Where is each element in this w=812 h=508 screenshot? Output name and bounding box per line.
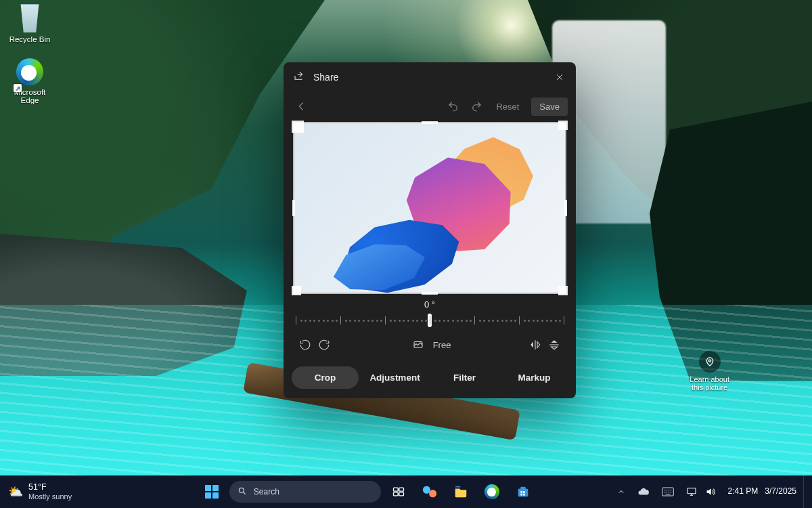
weather-condition: Mostly sunny [28,492,72,501]
taskbar-center: Search [123,478,612,505]
network-icon [686,486,697,497]
spotlight-label-line2: this picture [690,383,729,391]
aspect-ratio-button[interactable] [409,335,428,354]
crop-tool-row: Free [284,333,576,361]
svg-rect-6 [399,492,404,496]
flip-vertical-icon [548,339,560,351]
edge-icon [484,484,499,499]
crop-handle-bottom[interactable] [422,292,438,295]
crop-handle-top[interactable] [422,121,438,124]
back-button[interactable] [290,96,313,117]
copilot-icon [422,484,437,499]
keyboard-icon [662,487,674,496]
close-button[interactable] [549,66,570,88]
search-icon [238,486,247,498]
tab-markup[interactable]: Markup [501,366,568,389]
flip-horizontal-icon [529,339,541,351]
crop-handle-right[interactable] [564,200,567,216]
volume-icon [705,486,716,497]
weather-icon: ⛅ [8,484,23,499]
tray-network-sound[interactable] [681,478,721,505]
desktop-icon-label: Microsoft Edge [4,88,55,104]
share-title: Share [313,72,549,83]
windows-logo-icon [205,485,219,499]
desktop-icon-label: Recycle Bin [4,35,55,43]
rotate-cw-button[interactable] [315,335,334,354]
weather-temp: 51°F [28,482,72,492]
redo-button[interactable] [465,96,488,117]
rotate-ccw-button[interactable] [296,335,315,354]
desktop-icon-recycle-bin[interactable]: Recycle Bin [4,4,55,43]
crop-handle-top-right[interactable] [558,121,568,130]
undo-icon [447,100,459,112]
rotate-ccw-icon [299,339,311,351]
tray-clock[interactable]: 2:41 PM 3/7/2025 [723,478,802,505]
svg-rect-10 [523,491,525,493]
recycle-bin-icon [16,4,44,33]
taskbar-app-copilot[interactable] [416,478,443,505]
arrow-left-icon [296,100,308,112]
shortcut-arrow-icon: ↗ [14,84,22,92]
undo-button[interactable] [442,96,465,117]
close-icon [555,72,564,82]
svg-rect-3 [393,488,398,491]
taskbar: ⛅ 51°F Mostly sunny Search [0,475,812,508]
task-view-icon [392,485,405,499]
spotlight-label-line1: Learn about [690,375,729,383]
crop-handle-bottom-left[interactable] [292,286,301,295]
tab-adjustment[interactable]: Adjustment [361,366,428,389]
taskbar-weather-widget[interactable]: ⛅ 51°F Mostly sunny [0,482,123,501]
rotation-angle-value: 0 ° [284,299,576,310]
taskbar-app-store[interactable] [510,478,537,505]
share-icon [293,70,305,85]
crop-handle-left[interactable] [292,200,295,216]
redo-icon [470,100,482,112]
edge-icon [16,58,43,85]
tab-filter[interactable]: Filter [431,366,498,389]
file-explorer-icon [453,484,468,499]
svg-rect-11 [520,494,522,496]
search-placeholder: Search [254,487,279,496]
taskbar-search[interactable]: Search [229,481,381,503]
editor-tabs: Crop Adjustment Filter Markup [284,361,576,398]
svg-rect-12 [523,494,525,496]
flip-vertical-button[interactable] [545,335,564,354]
taskbar-right: 2:41 PM 3/7/2025 [612,475,812,508]
desktop-icon-edge[interactable]: ↗ Microsoft Edge [4,58,55,104]
save-button[interactable]: Save [531,98,568,116]
edit-toolbar: Reset Save [284,92,576,121]
share-editor-panel: Share Reset Save 0 ° [284,62,576,398]
taskbar-app-edge[interactable] [478,478,505,505]
clock-date: 3/7/2025 [765,487,796,496]
svg-rect-14 [687,488,696,494]
task-view-button[interactable] [385,478,412,505]
taskbar-app-explorer[interactable] [447,478,474,505]
start-button[interactable] [198,478,225,505]
rotation-ruler[interactable] [296,312,564,331]
crop-handle-top-left[interactable] [292,121,304,133]
svg-rect-9 [520,491,522,493]
tray-overflow[interactable] [612,478,631,505]
aspect-ratio-icon [412,339,424,351]
show-desktop-button[interactable] [803,475,808,508]
svg-point-2 [239,488,244,492]
tray-onedrive[interactable] [632,478,655,505]
reset-button[interactable]: Reset [488,98,527,116]
location-pin-icon [699,351,721,373]
crop-canvas[interactable] [294,123,565,293]
aspect-ratio-label: Free [433,340,451,350]
microsoft-store-icon [516,484,531,499]
flip-horizontal-button[interactable] [526,335,545,354]
svg-rect-4 [399,488,404,491]
rotate-cw-icon [318,339,330,351]
clock-time: 2:41 PM [728,487,759,496]
spotlight-learn-about[interactable]: Learn about this picture [690,351,729,391]
tray-language[interactable] [656,478,679,505]
svg-point-0 [708,360,710,362]
svg-rect-8 [520,487,525,490]
crop-handle-bottom-right[interactable] [558,286,568,295]
tab-crop[interactable]: Crop [292,366,359,389]
chevron-up-icon [617,488,625,496]
share-header: Share [284,62,576,92]
image-preview [294,123,565,293]
